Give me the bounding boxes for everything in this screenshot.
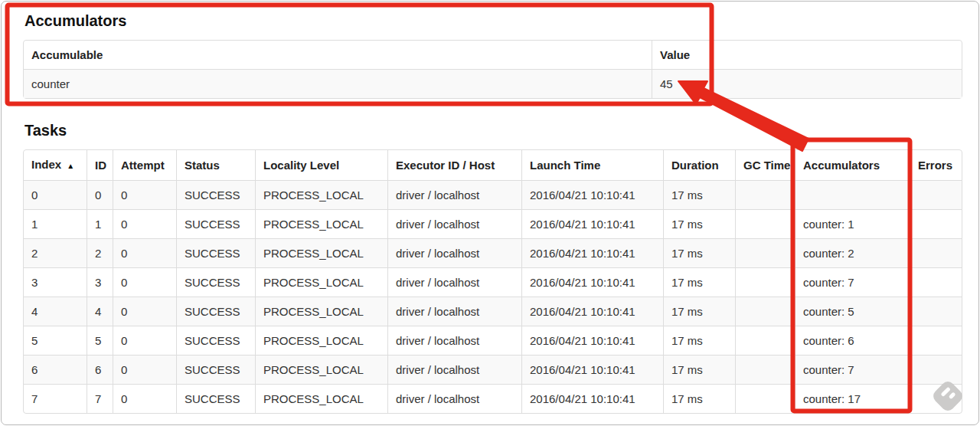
task-duration-cell: 17 ms bbox=[663, 297, 735, 326]
task-status-cell: SUCCESS bbox=[176, 384, 255, 413]
task-errors-cell bbox=[910, 384, 962, 413]
tasks-header-duration[interactable]: Duration bbox=[663, 150, 735, 180]
task-attempt-cell: 0 bbox=[113, 297, 176, 326]
task-id-cell: 2 bbox=[87, 238, 113, 267]
task-errors-cell bbox=[910, 297, 962, 326]
task-gc-time-cell bbox=[735, 238, 795, 267]
task-row: 2 2 0 SUCCESS PROCESS_LOCAL driver / loc… bbox=[24, 238, 962, 267]
task-executor-cell: driver / localhost bbox=[387, 297, 521, 326]
accumulable-name-cell: counter bbox=[24, 69, 652, 98]
task-status-cell: SUCCESS bbox=[176, 180, 255, 209]
task-duration-cell: 17 ms bbox=[663, 355, 735, 384]
tasks-table: Index▲ ID Attempt Status Locality Level … bbox=[23, 149, 962, 414]
task-attempt-cell: 0 bbox=[113, 209, 176, 238]
browser-content-window: Accumulators Accumulable Value counter 4… bbox=[1, 1, 979, 425]
task-errors-cell bbox=[910, 238, 962, 267]
task-row: 4 4 0 SUCCESS PROCESS_LOCAL driver / loc… bbox=[24, 297, 962, 326]
spark-stage-page: Accumulators Accumulable Value counter 4… bbox=[2, 2, 978, 414]
tasks-header-launch-time[interactable]: Launch Time bbox=[521, 150, 663, 180]
task-status-cell: SUCCESS bbox=[176, 209, 255, 238]
task-locality-cell: PROCESS_LOCAL bbox=[255, 267, 387, 297]
task-row: 1 1 0 SUCCESS PROCESS_LOCAL driver / loc… bbox=[24, 209, 962, 238]
accumulable-value-cell: 45 bbox=[652, 69, 962, 98]
task-row: 6 6 0 SUCCESS PROCESS_LOCAL driver / loc… bbox=[24, 355, 962, 384]
task-launch-time-cell: 2016/04/21 10:10:41 bbox=[521, 355, 663, 384]
task-id-cell: 3 bbox=[87, 267, 113, 297]
task-row: 0 0 0 SUCCESS PROCESS_LOCAL driver / loc… bbox=[24, 180, 962, 209]
task-id-cell: 5 bbox=[87, 326, 113, 355]
task-accumulators-cell: counter: 17 bbox=[795, 384, 910, 413]
task-locality-cell: PROCESS_LOCAL bbox=[255, 384, 387, 413]
task-status-cell: SUCCESS bbox=[176, 297, 255, 326]
task-index-cell: 3 bbox=[24, 267, 87, 297]
task-gc-time-cell bbox=[735, 267, 795, 297]
task-executor-cell: driver / localhost bbox=[387, 267, 521, 297]
tasks-header-attempt[interactable]: Attempt bbox=[113, 150, 176, 180]
accumulable-column-header: Accumulable bbox=[24, 41, 652, 69]
task-row: 5 5 0 SUCCESS PROCESS_LOCAL driver / loc… bbox=[24, 326, 962, 355]
tasks-header-status[interactable]: Status bbox=[176, 150, 255, 180]
task-executor-cell: driver / localhost bbox=[387, 238, 521, 267]
task-launch-time-cell: 2016/04/21 10:10:41 bbox=[521, 297, 663, 326]
task-index-cell: 0 bbox=[24, 180, 87, 209]
task-accumulators-cell: counter: 2 bbox=[795, 238, 910, 267]
task-gc-time-cell bbox=[735, 355, 795, 384]
tasks-header-accumulators[interactable]: Accumulators bbox=[795, 150, 910, 180]
task-gc-time-cell bbox=[735, 180, 795, 209]
task-index-cell: 7 bbox=[24, 384, 87, 413]
task-errors-cell bbox=[910, 326, 962, 355]
task-accumulators-cell: counter: 7 bbox=[795, 355, 910, 384]
accumulators-heading: Accumulators bbox=[24, 11, 959, 31]
tasks-header-id[interactable]: ID bbox=[87, 150, 113, 180]
accumulators-header-row: Accumulable Value bbox=[24, 41, 962, 69]
task-attempt-cell: 0 bbox=[113, 238, 176, 267]
task-status-cell: SUCCESS bbox=[176, 238, 255, 267]
tasks-heading: Tasks bbox=[24, 121, 959, 140]
tasks-header-index[interactable]: Index▲ bbox=[24, 150, 87, 180]
task-accumulators-cell: counter: 5 bbox=[795, 297, 910, 326]
tasks-header-errors[interactable]: Errors bbox=[910, 150, 962, 180]
task-duration-cell: 17 ms bbox=[663, 238, 735, 267]
task-id-cell: 7 bbox=[87, 384, 113, 413]
task-index-cell: 6 bbox=[24, 355, 87, 384]
task-attempt-cell: 0 bbox=[113, 355, 176, 384]
task-attempt-cell: 0 bbox=[113, 180, 176, 209]
task-locality-cell: PROCESS_LOCAL bbox=[255, 180, 387, 209]
tasks-header-row: Index▲ ID Attempt Status Locality Level … bbox=[24, 150, 962, 180]
task-gc-time-cell bbox=[735, 297, 795, 326]
task-locality-cell: PROCESS_LOCAL bbox=[255, 238, 387, 267]
task-gc-time-cell bbox=[735, 209, 795, 238]
value-column-header: Value bbox=[652, 41, 962, 69]
task-index-cell: 1 bbox=[24, 209, 87, 238]
task-launch-time-cell: 2016/04/21 10:10:41 bbox=[521, 326, 663, 355]
task-id-cell: 1 bbox=[87, 209, 113, 238]
tasks-header-locality-level[interactable]: Locality Level bbox=[255, 150, 387, 180]
task-row: 7 7 0 SUCCESS PROCESS_LOCAL driver / loc… bbox=[24, 384, 962, 413]
task-executor-cell: driver / localhost bbox=[387, 180, 521, 209]
task-locality-cell: PROCESS_LOCAL bbox=[255, 297, 387, 326]
task-launch-time-cell: 2016/04/21 10:10:41 bbox=[521, 384, 663, 413]
tasks-header-executor-id-host[interactable]: Executor ID / Host bbox=[387, 150, 521, 180]
task-duration-cell: 17 ms bbox=[663, 384, 735, 413]
task-executor-cell: driver / localhost bbox=[387, 209, 521, 238]
task-index-cell: 2 bbox=[24, 238, 87, 267]
task-accumulators-cell bbox=[795, 180, 910, 209]
task-gc-time-cell bbox=[735, 326, 795, 355]
task-attempt-cell: 0 bbox=[113, 267, 176, 297]
task-accumulators-cell: counter: 6 bbox=[795, 326, 910, 355]
accumulators-table: Accumulable Value counter 45 bbox=[23, 40, 962, 99]
task-errors-cell bbox=[910, 267, 962, 297]
task-attempt-cell: 0 bbox=[113, 384, 176, 413]
task-errors-cell bbox=[910, 355, 962, 384]
task-duration-cell: 17 ms bbox=[663, 326, 735, 355]
task-id-cell: 6 bbox=[87, 355, 113, 384]
task-duration-cell: 17 ms bbox=[663, 209, 735, 238]
task-launch-time-cell: 2016/04/21 10:10:41 bbox=[521, 238, 663, 267]
task-duration-cell: 17 ms bbox=[663, 267, 735, 297]
tasks-header-gc-time[interactable]: GC Time bbox=[735, 150, 795, 180]
task-executor-cell: driver / localhost bbox=[387, 326, 521, 355]
task-executor-cell: driver / localhost bbox=[387, 384, 521, 413]
task-locality-cell: PROCESS_LOCAL bbox=[255, 326, 387, 355]
task-attempt-cell: 0 bbox=[113, 326, 176, 355]
task-errors-cell bbox=[910, 180, 962, 209]
